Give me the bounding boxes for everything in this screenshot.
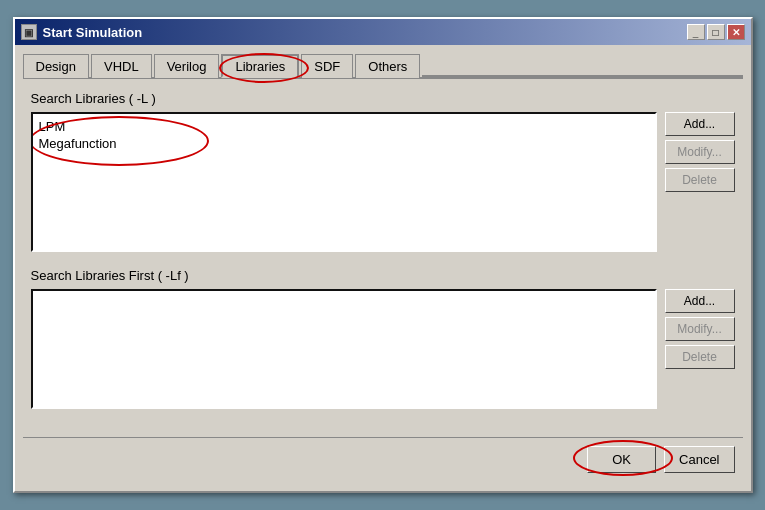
- search-libraries-buttons: Add... Modify... Delete: [665, 112, 735, 252]
- tab-libraries[interactable]: Libraries: [221, 54, 299, 78]
- cancel-button[interactable]: Cancel: [664, 446, 734, 473]
- search-libraries-first-section: Add... Modify... Delete: [31, 289, 735, 409]
- tabs-row: Design VHDL Verilog Libraries SDF Others: [23, 53, 743, 79]
- ok-button[interactable]: OK: [587, 446, 656, 473]
- title-bar-buttons: _ □ ✕: [687, 24, 745, 40]
- search-libraries-section: LPM Megafunction Add... Modify... Delete: [31, 112, 735, 252]
- search-libraries-first-delete-button[interactable]: Delete: [665, 345, 735, 369]
- main-window: ▣ Start Simulation _ □ ✕ Design VHDL Ver…: [13, 17, 753, 493]
- window-icon: ▣: [21, 24, 37, 40]
- search-libraries-list[interactable]: LPM Megafunction: [31, 112, 657, 252]
- search-libraries-first-label: Search Libraries First ( -Lf ): [31, 268, 735, 283]
- tab-verilog[interactable]: Verilog: [154, 54, 220, 78]
- search-libraries-label: Search Libraries ( -L ): [31, 91, 735, 106]
- list-item[interactable]: Megafunction: [37, 135, 651, 152]
- minimize-button[interactable]: _: [687, 24, 705, 40]
- tab-fill: [422, 75, 742, 77]
- tab-design[interactable]: Design: [23, 54, 89, 78]
- list-item[interactable]: LPM: [37, 118, 651, 135]
- window-body: Design VHDL Verilog Libraries SDF Others: [15, 45, 751, 491]
- search-libraries-first-modify-button[interactable]: Modify...: [665, 317, 735, 341]
- tab-vhdl[interactable]: VHDL: [91, 54, 152, 78]
- bottom-bar: OK Cancel: [23, 437, 743, 483]
- search-libraries-modify-button[interactable]: Modify...: [665, 140, 735, 164]
- title-bar: ▣ Start Simulation _ □ ✕: [15, 19, 751, 45]
- search-libraries-add-button[interactable]: Add...: [665, 112, 735, 136]
- search-libraries-first-buttons: Add... Modify... Delete: [665, 289, 735, 409]
- maximize-button[interactable]: □: [707, 24, 725, 40]
- search-libraries-first-list[interactable]: [31, 289, 657, 409]
- tab-content: Search Libraries ( -L ) LPM Megafunction…: [23, 79, 743, 433]
- close-button[interactable]: ✕: [727, 24, 745, 40]
- window-title: Start Simulation: [43, 25, 687, 40]
- search-libraries-delete-button[interactable]: Delete: [665, 168, 735, 192]
- tab-others[interactable]: Others: [355, 54, 420, 78]
- search-libraries-first-add-button[interactable]: Add...: [665, 289, 735, 313]
- tab-sdf[interactable]: SDF: [301, 54, 353, 78]
